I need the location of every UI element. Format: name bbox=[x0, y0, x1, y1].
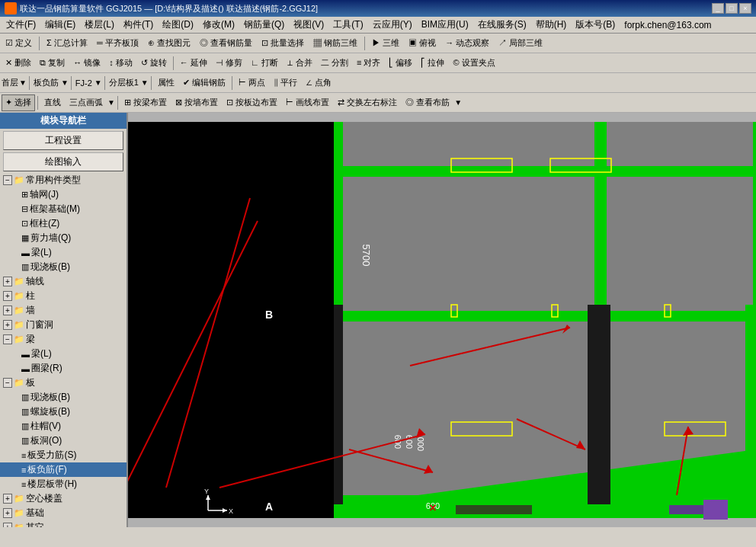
swap-annotation-button[interactable]: ⇄ 交换左右标注 bbox=[334, 94, 401, 111]
tree-item[interactable]: +📁基础 bbox=[0, 506, 127, 520]
tree-item[interactable]: ▥柱帽(V) bbox=[0, 419, 127, 433]
batch-select-button[interactable]: ⊡ 批量选择 bbox=[258, 35, 308, 52]
tree-expand-icon[interactable]: − bbox=[3, 176, 12, 184]
tree-item[interactable]: ▬梁(L) bbox=[0, 347, 127, 361]
menu-item[interactable]: 绘图(D) bbox=[158, 17, 198, 33]
tree-expand-icon[interactable]: + bbox=[3, 494, 12, 503]
tree-expand-icon[interactable]: + bbox=[3, 306, 12, 315]
tree-item[interactable]: ▥现浇板(B) bbox=[0, 260, 127, 274]
tree-item[interactable]: ▥现浇板(B) bbox=[0, 390, 127, 405]
align-button[interactable]: ≡ 对齐 bbox=[353, 55, 384, 72]
draw-line-button[interactable]: ⊢ 画线布置 bbox=[282, 94, 333, 111]
two-point-button[interactable]: ⊢ 两点 bbox=[235, 75, 269, 91]
menu-item[interactable]: 云应用(Y) bbox=[368, 17, 417, 33]
select-button[interactable]: ✦ 选择 bbox=[2, 94, 35, 111]
menu-item[interactable]: 帮助(H) bbox=[531, 17, 572, 33]
tree-item[interactable]: ▬梁(L) bbox=[0, 245, 127, 260]
merge-button[interactable]: ⊥ 合并 bbox=[283, 55, 316, 72]
tree-item[interactable]: +📁门窗洞 bbox=[0, 318, 127, 332]
property-button[interactable]: 属性 bbox=[154, 75, 178, 91]
move-button[interactable]: ↕ 移动 bbox=[105, 55, 136, 72]
tree-item[interactable]: ⊡框柱(Z) bbox=[0, 216, 127, 231]
maximize-button[interactable]: □ bbox=[726, 3, 738, 14]
split-button[interactable]: 二 分割 bbox=[317, 55, 352, 72]
tree-item[interactable]: ≡板负筋(F) bbox=[0, 462, 127, 477]
left-panel: 模块导航栏 工程设置 绘图输入 −📁常用构件类型⊞轴网(J)⊟框架基础(M)⊡框… bbox=[0, 113, 128, 527]
tree-item[interactable]: ≡楼层板带(H) bbox=[0, 477, 127, 491]
arc-button[interactable]: 三点画弧 bbox=[66, 94, 107, 111]
menu-item[interactable]: 构件(T) bbox=[119, 17, 158, 33]
tree-item[interactable]: −📁常用构件类型 bbox=[0, 173, 127, 187]
menu-item[interactable]: 编辑(E) bbox=[40, 17, 80, 33]
menu-item[interactable]: 视图(V) bbox=[289, 17, 328, 33]
3d-button[interactable]: ▶ 三维 bbox=[368, 35, 403, 52]
copy-button[interactable]: ⧉ 复制 bbox=[36, 55, 69, 72]
extend-button[interactable]: ← 延伸 bbox=[176, 55, 211, 72]
tree-expand-icon[interactable]: + bbox=[3, 292, 12, 300]
tree-item[interactable]: −📁板 bbox=[0, 376, 127, 390]
by-beam-button[interactable]: ⊞ 按梁布置 bbox=[120, 94, 171, 111]
tree-item[interactable]: ▥板洞(O) bbox=[0, 433, 127, 448]
tree-item[interactable]: ▬圈梁(R) bbox=[0, 361, 127, 376]
tree-item[interactable]: ≡板受力筋(S) bbox=[0, 448, 127, 462]
tree-item[interactable]: ⊟框架基础(M) bbox=[0, 202, 127, 216]
menu-item[interactable]: BIM应用(U) bbox=[417, 17, 473, 33]
by-beam-break-button[interactable]: ⊠ 按墙布置 bbox=[171, 94, 222, 111]
delete-button[interactable]: ✕ 删除 bbox=[2, 55, 35, 72]
tree-item[interactable]: +📁轴线 bbox=[0, 274, 127, 289]
mirror-button[interactable]: ↔ 镜像 bbox=[69, 55, 104, 72]
menu-item[interactable]: 在线服务(S) bbox=[473, 17, 531, 33]
close-button[interactable]: × bbox=[739, 3, 751, 14]
rotate-button[interactable]: ↺ 旋转 bbox=[137, 55, 171, 72]
view-rebar-button[interactable]: ◎ 查看钢筋量 bbox=[196, 35, 256, 52]
tree-item[interactable]: ⊞轴网(J) bbox=[0, 187, 127, 202]
calc-button[interactable]: Σ 汇总计算 bbox=[43, 35, 91, 52]
rebar-3d-button[interactable]: ▦ 钢筋三维 bbox=[309, 35, 361, 52]
tree-expand-icon[interactable]: + bbox=[3, 509, 12, 517]
menu-item[interactable]: 工具(T) bbox=[328, 17, 367, 33]
view-rebar-dist-button[interactable]: ◎ 查看布筋 bbox=[402, 94, 453, 111]
project-settings-button[interactable]: 工程设置 bbox=[3, 131, 123, 150]
drawing-input-button[interactable]: 绘图输入 bbox=[3, 152, 123, 171]
tree-expand-icon[interactable]: − bbox=[3, 335, 12, 344]
tree-expand-icon[interactable]: + bbox=[3, 277, 12, 286]
top-view-button[interactable]: ▣ 俯视 bbox=[405, 35, 440, 52]
menu-item[interactable]: 修改(M) bbox=[198, 17, 239, 33]
tree-item[interactable]: ▥螺旋板(B) bbox=[0, 405, 127, 419]
minimize-button[interactable]: _ bbox=[712, 3, 724, 14]
stretch-button[interactable]: ⎡ 拉伸 bbox=[417, 55, 448, 72]
tree-expand-icon[interactable]: + bbox=[3, 523, 12, 527]
tree-item[interactable]: +📁墙 bbox=[0, 303, 127, 318]
menu-item[interactable]: 文件(F) bbox=[2, 17, 40, 33]
offset-button[interactable]: ⎣ 偏移 bbox=[385, 55, 416, 72]
define-button[interactable]: ☑ 定义 bbox=[2, 35, 36, 52]
svg-rect-10 bbox=[588, 305, 610, 504]
tree-item[interactable]: +📁柱 bbox=[0, 289, 127, 303]
menu-item[interactable]: 楼层(L) bbox=[80, 17, 119, 33]
menu-item[interactable]: 版本号(B) bbox=[571, 17, 620, 33]
find-button[interactable]: ⊕ 查找图元 bbox=[144, 35, 194, 52]
menu-item[interactable]: forpk.chen@163.com bbox=[620, 18, 716, 32]
break-button[interactable]: ∟ 打断 bbox=[247, 55, 282, 72]
tree-expand-icon[interactable]: + bbox=[3, 321, 12, 329]
edit-rebar-button[interactable]: ✔ 编辑钢筋 bbox=[179, 75, 229, 91]
dynamic-view-button[interactable]: → 动态观察 bbox=[441, 35, 493, 52]
tree-item-label: 梁(L) bbox=[31, 347, 52, 360]
level-board-button[interactable]: ═ 平齐板顶 bbox=[93, 35, 143, 52]
tree-expand-icon[interactable]: − bbox=[3, 379, 12, 387]
line-button[interactable]: 直线 bbox=[40, 94, 65, 111]
tree-item[interactable]: ▦剪力墙(Q) bbox=[0, 231, 127, 245]
tree-type-icon: 📁 bbox=[14, 523, 24, 527]
tree-item[interactable]: −📁梁 bbox=[0, 332, 127, 347]
drawing-canvas[interactable]: 5700 600 600 1000 600 A B × bbox=[128, 113, 756, 527]
tree-item[interactable]: +📁空心楼盖 bbox=[0, 491, 127, 506]
local-3d-button[interactable]: ↗ 局部三维 bbox=[495, 35, 546, 52]
grip-button[interactable]: © 设置夹点 bbox=[450, 55, 499, 72]
menu-item[interactable]: 钢筋量(Q) bbox=[239, 17, 289, 33]
by-slab-edge-button[interactable]: ⊡ 按板边布置 bbox=[223, 94, 281, 111]
tree-item[interactable]: +📁其它 bbox=[0, 520, 127, 527]
trim-button[interactable]: ⊣ 修剪 bbox=[212, 55, 246, 72]
point-angle-button[interactable]: ∠ 点角 bbox=[302, 75, 335, 91]
canvas-area[interactable]: 5700 600 600 1000 600 A B × bbox=[128, 113, 756, 527]
parallel-button[interactable]: ∥ 平行 bbox=[270, 75, 301, 91]
